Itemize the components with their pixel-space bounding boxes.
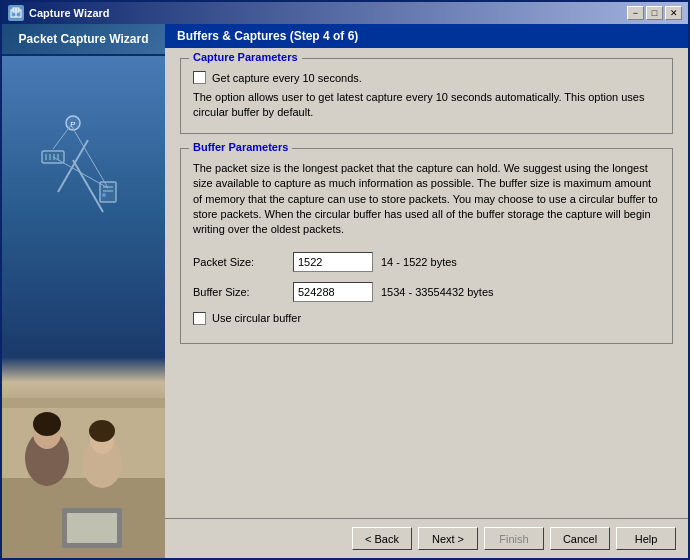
network-icon-3	[92, 176, 124, 208]
window-title: Capture Wizard	[29, 7, 110, 19]
main-window: Capture Wizard − □ ✕ Packet Capture Wiza…	[0, 0, 690, 560]
svg-point-25	[89, 420, 115, 442]
buffer-desc: The packet size is the longest packet th…	[193, 161, 660, 238]
buffer-size-hint: 1534 - 33554432 bytes	[381, 286, 494, 298]
circular-buffer-row: Use circular buffer	[193, 312, 660, 325]
network-icon-2	[37, 141, 69, 173]
button-bar: < Back Next > Finish Cancel Help	[165, 518, 688, 558]
buffer-size-input[interactable]	[293, 282, 373, 302]
person-image	[2, 398, 165, 558]
capture-params-section: Capture Parameters Get capture every 10 …	[180, 58, 673, 134]
capture-params-content: Get capture every 10 seconds. The option…	[193, 71, 660, 121]
minimize-button[interactable]: −	[627, 6, 644, 20]
maximize-button[interactable]: □	[646, 6, 663, 20]
title-bar: Capture Wizard − □ ✕	[2, 2, 688, 24]
buffer-params-section: Buffer Parameters The packet size is the…	[180, 148, 673, 344]
packet-size-input[interactable]	[293, 252, 373, 272]
packet-size-row: Packet Size: 14 - 1522 bytes	[193, 252, 660, 272]
circular-buffer-label: Use circular buffer	[212, 312, 301, 324]
svg-rect-27	[67, 513, 117, 543]
buffer-size-label: Buffer Size:	[193, 286, 293, 298]
sidebar-title: Packet Capture Wizard	[2, 24, 165, 56]
sidebar: Packet Capture Wizard P	[2, 24, 165, 558]
svg-rect-10	[100, 182, 116, 202]
circular-buffer-checkbox[interactable]	[193, 312, 206, 325]
help-button[interactable]: Help	[616, 527, 676, 550]
svg-rect-5	[42, 151, 64, 163]
svg-point-22	[33, 412, 61, 436]
svg-text:P: P	[70, 120, 75, 129]
auto-capture-desc: The option allows user to get latest cap…	[193, 90, 660, 121]
auto-capture-label: Get capture every 10 seconds.	[212, 72, 362, 84]
svg-rect-19	[2, 398, 165, 408]
buffer-params-label: Buffer Parameters	[189, 141, 292, 153]
auto-capture-checkbox[interactable]	[193, 71, 206, 84]
svg-point-13	[102, 193, 106, 197]
right-panel: Buffers & Captures (Step 4 of 6) Capture…	[165, 24, 688, 558]
finish-button[interactable]: Finish	[484, 527, 544, 550]
close-button[interactable]: ✕	[665, 6, 682, 20]
buffer-params-content: The packet size is the longest packet th…	[193, 161, 660, 325]
buffer-size-row: Buffer Size: 1534 - 33554432 bytes	[193, 282, 660, 302]
app-icon	[8, 5, 24, 21]
packet-size-hint: 14 - 1522 bytes	[381, 256, 457, 268]
title-bar-controls: − □ ✕	[627, 6, 682, 20]
content-area: Packet Capture Wizard P	[2, 24, 688, 558]
capture-params-label: Capture Parameters	[189, 51, 302, 63]
step-header: Buffers & Captures (Step 4 of 6)	[165, 24, 688, 48]
sidebar-image: P	[2, 56, 165, 558]
next-button[interactable]: Next >	[418, 527, 478, 550]
auto-capture-row: Get capture every 10 seconds.	[193, 71, 660, 84]
title-bar-left: Capture Wizard	[8, 5, 110, 21]
network-icon-1: P	[57, 111, 89, 143]
packet-size-label: Packet Size:	[193, 256, 293, 268]
cancel-button[interactable]: Cancel	[550, 527, 610, 550]
form-area: Capture Parameters Get capture every 10 …	[165, 48, 688, 518]
back-button[interactable]: < Back	[352, 527, 412, 550]
